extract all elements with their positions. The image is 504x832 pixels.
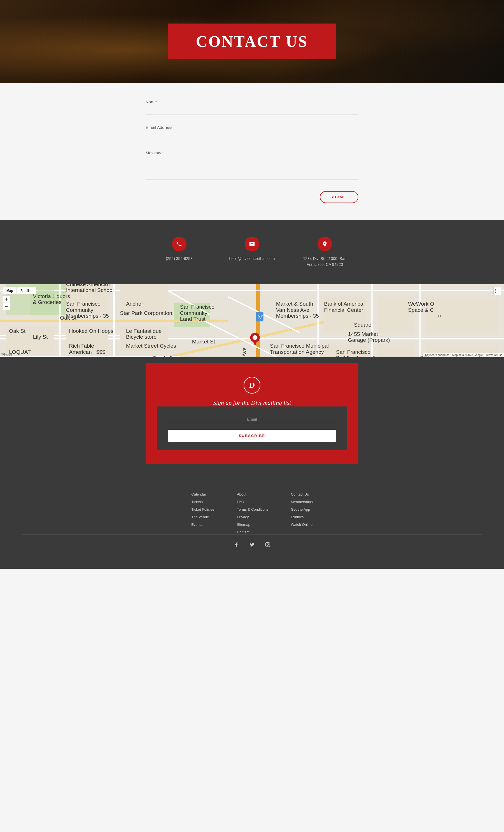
svg-text:Garage (Propark): Garage (Propark) — [348, 337, 390, 343]
svg-text:Community: Community — [180, 310, 208, 316]
footer-link-ticket-policies[interactable]: Ticket Policies — [191, 507, 214, 512]
location-icon-circle — [318, 237, 332, 251]
footer-nav-col-1: Calendar Tickets Ticket Policies The Ven… — [191, 492, 214, 534]
svg-rect-31 — [378, 345, 414, 357]
map-terms-link[interactable]: Terms of Use — [486, 354, 502, 357]
email-text: hello@diviconcerthall.com — [229, 256, 275, 262]
hero-banner: CONTACT US — [168, 24, 336, 59]
footer-link-the-venue[interactable]: The Venue — [191, 515, 214, 519]
svg-point-128 — [267, 544, 268, 545]
footer-link-exhibits[interactable]: Exhibits — [291, 515, 313, 519]
map-keyboard-shortcuts[interactable]: Keyboard shortcuts — [425, 354, 449, 357]
footer-link-tickets[interactable]: Tickets — [191, 500, 214, 504]
email-info-item: hello@diviconcerthall.com — [216, 237, 288, 267]
map-fullscreen-button[interactable] — [493, 287, 501, 295]
footer-link-calendar[interactable]: Calendar — [191, 492, 214, 496]
svg-text:Lily St: Lily St — [33, 334, 48, 340]
svg-text:Financial Center: Financial Center — [324, 307, 364, 313]
mailing-box: D Sign up for the Divi mailing list SUBS… — [145, 363, 359, 464]
footer-nav-inner: Calendar Tickets Ticket Policies The Ven… — [126, 492, 378, 534]
page-title: CONTACT US — [196, 32, 308, 50]
svg-rect-28 — [426, 284, 498, 285]
map-tab-row: Map Satellite — [3, 287, 36, 294]
svg-text:Star Park Corporation: Star Park Corporation — [120, 310, 172, 316]
contact-form: Name Email Address Message SUBMIT — [145, 100, 359, 203]
email-field-group: Email Address — [145, 125, 359, 140]
svg-text:Van Ness Ave: Van Ness Ave — [276, 307, 310, 313]
svg-text:Community: Community — [66, 307, 94, 313]
address-info-item: 1234 Divi St. #1000, San Francisco, CA 9… — [288, 237, 361, 267]
message-field-group: Message — [145, 151, 359, 181]
message-input[interactable] — [145, 157, 359, 180]
hero-section: CONTACT US — [0, 0, 504, 83]
mailing-logo: D — [244, 377, 260, 394]
map-zoom-controls: + − — [3, 295, 10, 310]
svg-text:Le Fantastique: Le Fantastique — [126, 328, 162, 334]
name-field-group: Name — [145, 100, 359, 115]
svg-text:Square: Square — [354, 322, 371, 328]
map-zoom-in-button[interactable]: + — [3, 295, 10, 303]
name-label: Name — [145, 100, 359, 104]
footer-social — [22, 534, 482, 560]
location-icon — [322, 241, 328, 247]
contact-form-section: Name Email Address Message SUBMIT — [0, 83, 504, 220]
footer-link-memberships[interactable]: Memberships — [291, 500, 313, 504]
fullscreen-icon — [495, 289, 499, 293]
footer-link-about[interactable]: About — [237, 492, 268, 496]
svg-point-47 — [253, 335, 257, 340]
map-tab-satellite[interactable]: Satellite — [17, 287, 36, 294]
map-tab-map[interactable]: Map — [3, 287, 17, 294]
svg-text:Hooked On Hoops: Hooked On Hoops — [69, 328, 113, 334]
contact-info-section: (255) 352-6258 hello@diviconcerthall.com… — [0, 220, 504, 284]
mailing-section: D Sign up for the Divi mailing list SUBS… — [0, 357, 504, 481]
footer-nav-col-2: About FAQ Terms & Conditions Privacy Sit… — [237, 492, 268, 534]
svg-text:Space & C: Space & C — [408, 307, 434, 313]
subscribe-button[interactable]: SUBSCRIBE — [168, 430, 336, 442]
footer-nav: Calendar Tickets Ticket Policies The Ven… — [0, 481, 504, 569]
svg-text:The Italian: The Italian — [153, 355, 178, 357]
svg-text:Market St: Market St — [192, 339, 215, 344]
footer-link-contact[interactable]: Contact — [237, 530, 268, 534]
svg-text:Oak St: Oak St — [9, 328, 26, 334]
svg-text:M: M — [258, 314, 263, 320]
footer-link-events[interactable]: Events — [191, 522, 214, 527]
svg-text:Land Trust: Land Trust — [180, 316, 206, 322]
svg-text:Market & South: Market & South — [276, 301, 313, 307]
svg-text:Bank of America: Bank of America — [324, 301, 364, 307]
phone-text: (255) 352-6258 — [166, 256, 193, 262]
message-label: Message — [145, 151, 359, 155]
map-container[interactable]: Map Satellite + − — [0, 284, 504, 357]
footer-link-faq[interactable]: FAQ — [237, 500, 268, 504]
footer-link-watch-online[interactable]: Watch Online — [291, 522, 313, 527]
phone-icon-circle — [172, 237, 186, 251]
name-input[interactable] — [145, 106, 359, 115]
map-zoom-out-button[interactable]: − — [3, 303, 10, 310]
twitter-icon[interactable] — [247, 540, 257, 549]
email-label: Email Address — [145, 125, 359, 130]
footer-link-privacy[interactable]: Privacy — [237, 515, 268, 519]
email-input[interactable] — [145, 132, 359, 140]
map-attribution: Keyboard shortcuts Map data ©2023 Google… — [423, 353, 504, 357]
svg-text:Chinese American: Chinese American — [66, 284, 110, 287]
phone-info-item: (255) 352-6258 — [143, 237, 216, 267]
submit-button[interactable]: SUBMIT — [320, 191, 359, 203]
footer-link-get-the-app[interactable]: Get the App — [291, 507, 313, 512]
email-icon — [249, 241, 255, 247]
svg-text:& Groceries: & Groceries — [33, 299, 61, 305]
svg-text:Market Street Cycles: Market Street Cycles — [126, 343, 176, 349]
facebook-icon[interactable] — [232, 540, 241, 549]
form-submit-row: SUBMIT — [145, 191, 359, 203]
svg-text:Victoria Liquors: Victoria Liquors — [33, 293, 70, 299]
map-section[interactable]: Map Satellite + − — [0, 284, 504, 357]
footer-link-sitemap[interactable]: Sitemap — [237, 522, 268, 527]
footer-link-contact-us[interactable]: Contact Us — [291, 492, 313, 496]
svg-text:1455 Market: 1455 Market — [348, 331, 378, 337]
mailing-email-input[interactable] — [168, 415, 336, 424]
svg-text:San Francisco Municipal: San Francisco Municipal — [270, 343, 329, 349]
map-data-text: Map data ©2023 Google — [452, 354, 483, 357]
footer-link-terms[interactable]: Terms & Conditions — [237, 507, 268, 512]
svg-text:Transportation Agency: Transportation Agency — [270, 349, 324, 355]
instagram-icon[interactable] — [263, 540, 272, 549]
svg-text:Anchor: Anchor — [126, 301, 143, 307]
mailing-title: Sign up for the Divi mailing list — [213, 399, 291, 407]
